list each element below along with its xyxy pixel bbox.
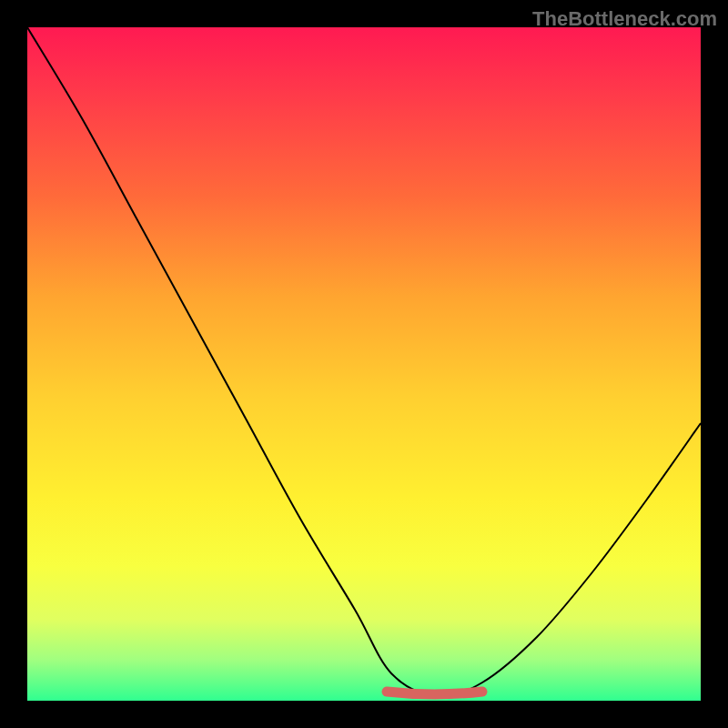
- chart-svg: [27, 27, 701, 701]
- plot-area: [27, 27, 701, 701]
- optimal-band: [387, 692, 482, 694]
- watermark: TheBottleneck.com: [532, 7, 717, 31]
- bottleneck-curve: [27, 27, 701, 696]
